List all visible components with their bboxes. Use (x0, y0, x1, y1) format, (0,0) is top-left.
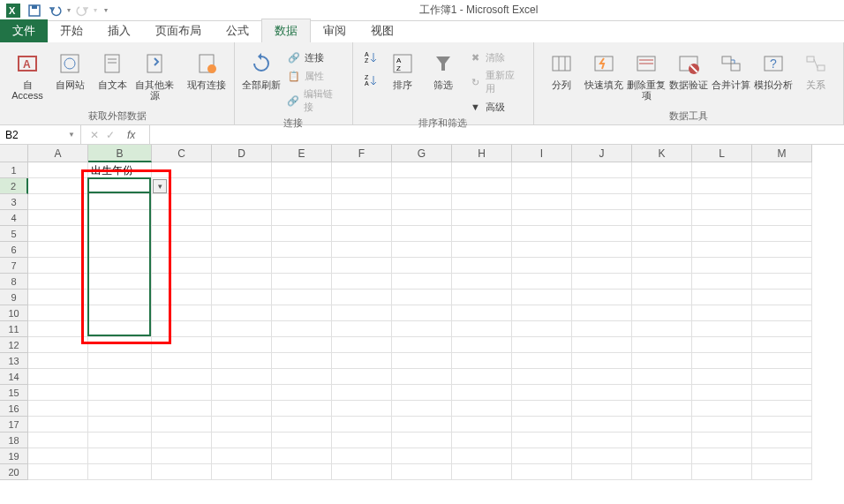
tab-home[interactable]: 开始 (48, 19, 95, 42)
cell-L18[interactable] (692, 433, 752, 448)
undo-icon[interactable] (46, 2, 65, 19)
cell-J6[interactable] (572, 242, 632, 258)
cell-E20[interactable] (272, 464, 332, 480)
cell-M20[interactable] (752, 464, 812, 480)
cell-B10[interactable] (88, 305, 152, 321)
col-header-K[interactable]: K (632, 145, 692, 162)
cell-G18[interactable] (392, 433, 452, 448)
cell-M15[interactable] (752, 385, 812, 401)
cell-C1[interactable] (152, 162, 212, 178)
cell-L9[interactable] (692, 290, 752, 305)
cell-K14[interactable] (632, 369, 692, 385)
cell-A10[interactable] (28, 305, 88, 321)
row-header-13[interactable]: 13 (0, 353, 28, 369)
cell-L10[interactable] (692, 305, 752, 321)
cell-B17[interactable] (88, 417, 152, 433)
cell-K17[interactable] (632, 417, 692, 433)
cell-A1[interactable] (28, 162, 88, 178)
cell-L5[interactable] (692, 226, 752, 242)
cell-M1[interactable] (752, 162, 812, 178)
cell-F6[interactable] (332, 242, 392, 258)
cell-L3[interactable] (692, 194, 752, 210)
cell-C19[interactable] (152, 448, 212, 464)
filter-button[interactable]: 筛选 (424, 46, 463, 90)
cell-M8[interactable] (752, 274, 812, 290)
cell-F20[interactable] (332, 464, 392, 480)
row-header-12[interactable]: 12 (0, 337, 28, 353)
cell-I16[interactable] (512, 401, 572, 417)
cell-J11[interactable] (572, 321, 632, 337)
cell-G3[interactable] (392, 194, 452, 210)
cell-E19[interactable] (272, 448, 332, 464)
cell-D8[interactable] (212, 274, 272, 290)
tab-review[interactable]: 审阅 (311, 19, 358, 42)
cell-K8[interactable] (632, 274, 692, 290)
cell-D10[interactable] (212, 305, 272, 321)
data-validation-button[interactable]: 数据验证 (668, 46, 709, 90)
cell-C12[interactable] (152, 337, 212, 353)
cell-E6[interactable] (272, 242, 332, 258)
cell-K12[interactable] (632, 337, 692, 353)
sort-asc-button[interactable]: AZ (360, 49, 381, 65)
cell-J16[interactable] (572, 401, 632, 417)
cell-A5[interactable] (28, 226, 88, 242)
cell-A9[interactable] (28, 290, 88, 305)
cell-D6[interactable] (212, 242, 272, 258)
cell-H11[interactable] (452, 321, 512, 337)
name-box[interactable]: ▼ (0, 125, 81, 144)
cell-J3[interactable] (572, 194, 632, 210)
col-header-D[interactable]: D (212, 145, 272, 162)
cell-D13[interactable] (212, 353, 272, 369)
cell-L13[interactable] (692, 353, 752, 369)
cell-C7[interactable] (152, 258, 212, 274)
cell-K11[interactable] (632, 321, 692, 337)
cell-I9[interactable] (512, 290, 572, 305)
cell-J8[interactable] (572, 274, 632, 290)
cell-J10[interactable] (572, 305, 632, 321)
cell-D20[interactable] (212, 464, 272, 480)
cell-A19[interactable] (28, 448, 88, 464)
cell-M19[interactable] (752, 448, 812, 464)
row-header-20[interactable]: 20 (0, 464, 28, 480)
cell-K9[interactable] (632, 290, 692, 305)
cell-B11[interactable] (88, 321, 152, 337)
cell-K6[interactable] (632, 242, 692, 258)
cell-G7[interactable] (392, 258, 452, 274)
cell-G12[interactable] (392, 337, 452, 353)
excel-icon[interactable]: X (4, 2, 23, 19)
row-header-10[interactable]: 10 (0, 305, 28, 321)
cell-F10[interactable] (332, 305, 392, 321)
cell-I19[interactable] (512, 448, 572, 464)
row-header-5[interactable]: 5 (0, 226, 28, 242)
cell-C11[interactable] (152, 321, 212, 337)
refresh-all-button[interactable]: 全部刷新 (242, 46, 282, 90)
cell-F4[interactable] (332, 210, 392, 226)
tab-insert[interactable]: 插入 (95, 19, 143, 42)
cell-F8[interactable] (332, 274, 392, 290)
remove-dup-button[interactable]: 删除重复项 (626, 46, 667, 101)
cell-H15[interactable] (452, 385, 512, 401)
cell-J20[interactable] (572, 464, 632, 480)
from-access-button[interactable]: A 自 Access (7, 46, 48, 101)
row-header-14[interactable]: 14 (0, 369, 28, 385)
cell-G9[interactable] (392, 290, 452, 305)
cell-A3[interactable] (28, 194, 88, 210)
cell-I7[interactable] (512, 258, 572, 274)
cell-H13[interactable] (452, 353, 512, 369)
cell-E4[interactable] (272, 210, 332, 226)
cell-B8[interactable] (88, 274, 152, 290)
whatif-button[interactable]: ? 模拟分析 (753, 46, 794, 90)
cell-G5[interactable] (392, 226, 452, 242)
sort-button[interactable]: AZ 排序 (383, 46, 422, 90)
cell-J18[interactable] (572, 433, 632, 448)
cell-I20[interactable] (512, 464, 572, 480)
cell-F11[interactable] (332, 321, 392, 337)
formula-input[interactable] (150, 129, 844, 141)
cell-D17[interactable] (212, 417, 272, 433)
cell-D15[interactable] (212, 385, 272, 401)
cell-I17[interactable] (512, 417, 572, 433)
row-header-17[interactable]: 17 (0, 417, 28, 433)
row-header-18[interactable]: 18 (0, 433, 28, 448)
cell-D12[interactable] (212, 337, 272, 353)
cell-G20[interactable] (392, 464, 452, 480)
